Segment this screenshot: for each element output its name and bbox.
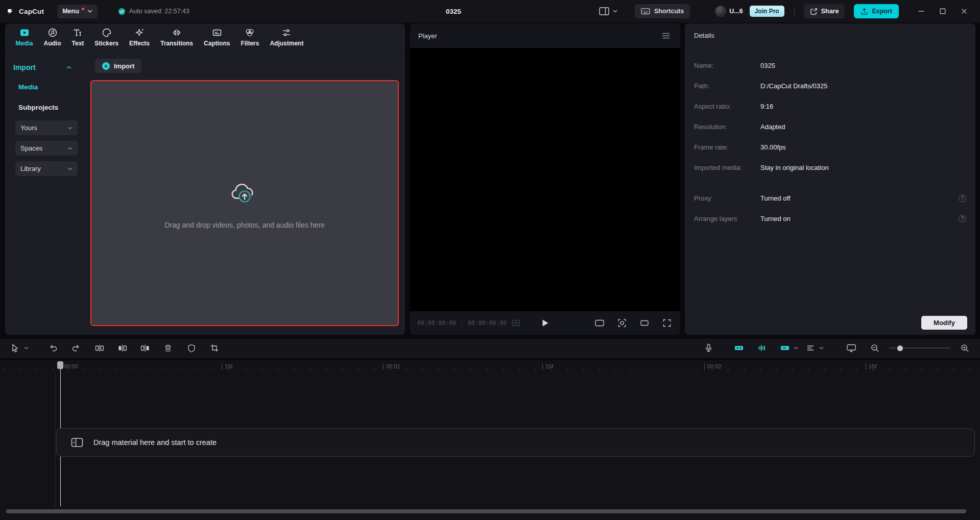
divider bbox=[794, 7, 795, 15]
media-track-icon bbox=[71, 437, 83, 448]
user-avatar[interactable] bbox=[715, 6, 726, 17]
ruler-label: 00:02 bbox=[704, 363, 722, 370]
join-pro-button[interactable]: Join Pro bbox=[750, 6, 784, 17]
timeline: 00:00 15f 00:01 15f 00:02 15f Drag mater… bbox=[0, 360, 980, 520]
shortcuts-button[interactable]: Shortcuts bbox=[635, 4, 690, 18]
tab-captions[interactable]: Captions bbox=[199, 24, 235, 49]
minimize-button[interactable] bbox=[915, 4, 928, 18]
chevron-down-icon[interactable] bbox=[792, 341, 799, 355]
undo-icon[interactable] bbox=[47, 341, 59, 355]
media-tabs: Media Audio Text Stickers bbox=[5, 23, 405, 50]
delete-icon[interactable] bbox=[162, 341, 174, 355]
tab-filters[interactable]: Filters bbox=[235, 24, 265, 49]
close-button[interactable] bbox=[958, 4, 971, 18]
player-view-controls bbox=[593, 316, 673, 330]
horizontal-scrollbar[interactable] bbox=[6, 509, 966, 513]
fullscreen-icon[interactable] bbox=[661, 316, 673, 330]
sidebar-item-subprojects[interactable]: Subprojects bbox=[11, 97, 82, 117]
tab-transitions[interactable]: Transitions bbox=[155, 24, 199, 49]
select-tool-icon[interactable] bbox=[9, 341, 21, 355]
preview-display-icon[interactable] bbox=[845, 341, 857, 355]
chevron-down-icon bbox=[68, 127, 73, 130]
timecode-display: 00:00:00:00 | 00:00:00:00 bbox=[417, 319, 507, 327]
duration-settings-icon[interactable] bbox=[512, 319, 520, 327]
mask-icon[interactable] bbox=[185, 341, 198, 355]
split-icon[interactable] bbox=[93, 341, 106, 355]
timecode-separator: | bbox=[460, 319, 464, 327]
canvas-ratio-icon[interactable] bbox=[593, 316, 606, 330]
project-title: 0325 bbox=[446, 0, 461, 22]
redo-icon[interactable] bbox=[70, 341, 82, 355]
track-layout-icon[interactable] bbox=[804, 341, 817, 355]
import-button[interactable]: + Import bbox=[95, 59, 141, 73]
chevron-down-icon[interactable] bbox=[22, 341, 30, 355]
modify-button[interactable]: Modify bbox=[921, 316, 967, 330]
play-button[interactable] bbox=[542, 319, 549, 327]
record-voiceover-icon[interactable] bbox=[702, 341, 714, 355]
trim-right-icon[interactable] bbox=[139, 341, 151, 355]
chevron-down-icon bbox=[87, 10, 92, 13]
details-footer: Modify bbox=[685, 311, 975, 335]
autosave-status: Auto saved: 22:57:43 bbox=[118, 8, 189, 15]
capcut-logo: CapCut bbox=[7, 7, 44, 15]
trim-left-icon[interactable] bbox=[116, 341, 129, 355]
detail-value: 0325 bbox=[760, 62, 775, 69]
slider-knob[interactable] bbox=[897, 345, 903, 351]
player-menu-icon[interactable] bbox=[660, 29, 672, 42]
help-icon[interactable]: ? bbox=[959, 215, 966, 222]
sidebar-item-media[interactable]: Media bbox=[11, 77, 82, 97]
sidebar-item-label: Yours bbox=[20, 124, 37, 132]
focus-icon[interactable] bbox=[616, 316, 628, 330]
timeline-drop-area[interactable]: Drag material here and start to create bbox=[56, 428, 975, 457]
tab-label: Stickers bbox=[94, 40, 118, 47]
panel-layout-button[interactable] bbox=[599, 7, 617, 15]
zoom-out-icon[interactable] bbox=[869, 341, 881, 355]
tab-text[interactable]: Text bbox=[66, 24, 89, 49]
spacer bbox=[694, 178, 966, 188]
autosave-check-icon bbox=[118, 8, 126, 15]
media-dropzone[interactable]: Drag and drop videos, photos, and audio … bbox=[90, 80, 399, 326]
maximize-button[interactable] bbox=[936, 4, 949, 18]
player-viewport[interactable] bbox=[410, 48, 680, 311]
export-button[interactable]: Export bbox=[854, 4, 899, 18]
sidebar-item-yours[interactable]: Yours bbox=[15, 120, 78, 135]
keyframe-track-icon[interactable] bbox=[733, 341, 745, 355]
tab-stickers[interactable]: Stickers bbox=[89, 24, 124, 49]
crop-icon[interactable] bbox=[208, 341, 221, 355]
detail-label: Proxy: bbox=[694, 194, 760, 202]
sidebar-item-import[interactable]: Import bbox=[11, 58, 77, 77]
menu-button[interactable]: Menu bbox=[57, 5, 98, 18]
ruler-label: 15f bbox=[866, 363, 876, 370]
detail-value: 9:16 bbox=[760, 103, 773, 110]
timeline-tools-right bbox=[702, 339, 971, 357]
timecode-current: 00:00:00:00 bbox=[417, 319, 456, 327]
tab-audio[interactable]: Audio bbox=[38, 24, 66, 49]
detail-value: Stay in original location bbox=[760, 164, 829, 171]
chevron-down-icon bbox=[613, 10, 617, 13]
chevron-down-icon[interactable] bbox=[818, 341, 825, 355]
detail-label: Resolution: bbox=[694, 123, 760, 131]
timeline-zoom-slider[interactable] bbox=[889, 344, 950, 352]
tab-adjustment[interactable]: Adjustment bbox=[265, 24, 309, 49]
share-button[interactable]: Share bbox=[804, 4, 845, 18]
help-icon[interactable]: ? bbox=[959, 194, 966, 202]
tab-effects[interactable]: Effects bbox=[124, 24, 155, 49]
tab-media[interactable]: Media bbox=[10, 24, 38, 49]
track-area-edge bbox=[55, 374, 56, 508]
mini-player-icon[interactable] bbox=[638, 316, 651, 330]
filters-tab-icon bbox=[245, 28, 255, 38]
sidebar-item-label: Spaces bbox=[20, 144, 42, 152]
timeline-ruler[interactable]: 00:00 15f 00:01 15f 00:02 15f bbox=[0, 360, 980, 374]
tab-label: Filters bbox=[241, 40, 259, 47]
detail-value: Turned off bbox=[760, 194, 791, 202]
sidebar-item-library[interactable]: Library bbox=[15, 161, 78, 176]
detail-label: Name: bbox=[694, 62, 760, 69]
waveform-icon[interactable] bbox=[756, 341, 768, 355]
playhead-handle[interactable] bbox=[57, 361, 63, 369]
detail-row-proxy: Proxy: Turned off ? bbox=[694, 188, 966, 208]
zoom-in-icon[interactable] bbox=[959, 341, 971, 355]
cover-track-icon[interactable] bbox=[779, 341, 791, 355]
player-controls: 00:00:00:00 | 00:00:00:00 bbox=[410, 311, 680, 335]
ruler-label: 15f bbox=[542, 363, 553, 370]
sidebar-item-spaces[interactable]: Spaces bbox=[15, 141, 78, 156]
